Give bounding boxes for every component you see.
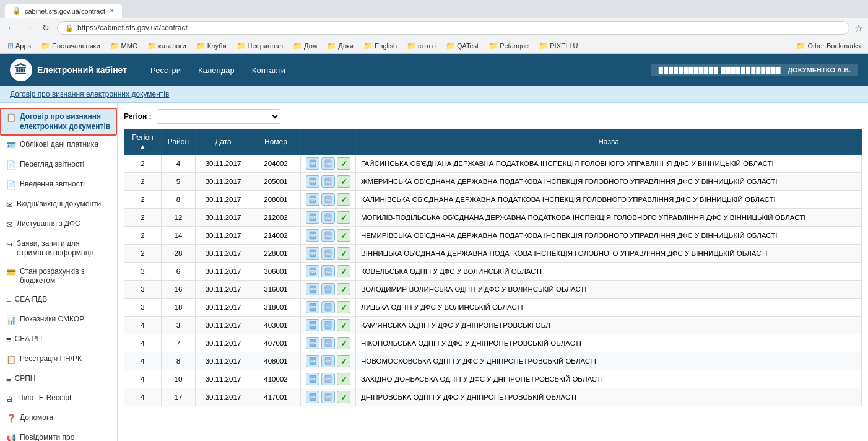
- pdf-button[interactable]: PDF: [306, 319, 319, 331]
- bookmark-unofficial[interactable]: 📁 Неоригінал: [234, 40, 286, 51]
- bookmark-english[interactable]: 📁 English: [361, 40, 399, 51]
- sidebar-item-contract[interactable]: 📋 Договір про визнання електронних докум…: [0, 108, 117, 136]
- check-button[interactable]: ✓: [337, 265, 350, 277]
- sidebar-item-reports-submit[interactable]: 📄 Введення звітності: [0, 175, 117, 195]
- check-button[interactable]: ✓: [337, 373, 350, 385]
- check-button[interactable]: ✓: [337, 193, 350, 206]
- cell-district: 5: [162, 173, 196, 191]
- pdf-button[interactable]: PDF: [306, 211, 319, 224]
- sidebar-item-notify[interactable]: 📢 Повідомити про: [0, 429, 117, 441]
- pdf-button[interactable]: PDF: [306, 355, 319, 367]
- bookmark-catalogs[interactable]: 📁 каталоги: [145, 40, 189, 51]
- col-header-region[interactable]: Регіон ▲: [124, 129, 162, 155]
- nav-calendar[interactable]: Календар: [189, 56, 243, 85]
- browser-tab[interactable]: 🔒 cabinet.sfs.gov.ua/contract ✕: [5, 4, 122, 18]
- cell-region: 3: [124, 281, 162, 299]
- bookmark-articles[interactable]: 📁 статті: [404, 40, 438, 51]
- check-button[interactable]: ✓: [337, 301, 350, 313]
- check-button[interactable]: ✓: [337, 355, 350, 367]
- sidebar-item-reg-pn[interactable]: 📋 Реєстрація ПН/РК: [0, 350, 117, 370]
- check-button[interactable]: ✓: [337, 211, 350, 224]
- pdf-button[interactable]: PDF: [306, 373, 319, 385]
- nav-registries[interactable]: Реєстри: [142, 56, 189, 85]
- check-button[interactable]: ✓: [337, 319, 350, 331]
- region-filter-select[interactable]: [157, 109, 280, 124]
- bookmark-qatest[interactable]: 📁 QATest: [443, 40, 481, 51]
- pdf-button[interactable]: PDF: [306, 265, 319, 277]
- sidebar-item-budget[interactable]: 💳 Стан розрахунків з бюджетом: [0, 263, 117, 290]
- doc-button[interactable]: DOC: [321, 319, 335, 331]
- star-icon[interactable]: ☆: [854, 22, 863, 34]
- check-button[interactable]: ✓: [337, 247, 350, 260]
- breadcrumb-text[interactable]: Договір про визнання електронних докумен…: [10, 90, 169, 98]
- doc-button[interactable]: DOC: [321, 193, 335, 206]
- cell-date: 30.11.2017: [196, 263, 251, 281]
- check-button[interactable]: ✓: [337, 337, 350, 349]
- bookmark-petanque[interactable]: 📁 Petanque: [486, 40, 531, 51]
- sidebar-item-inout-docs[interactable]: ✉ Вхідні/вихідні документи: [0, 195, 117, 215]
- cell-date: 30.11.2017: [196, 245, 251, 263]
- check-button[interactable]: ✓: [337, 157, 350, 170]
- reports-submit-icon: 📄: [6, 180, 16, 191]
- doc-button[interactable]: DOC: [321, 373, 335, 385]
- bookmark-other[interactable]: 📁 Other Bookmarks: [794, 40, 863, 51]
- bookmark-docs[interactable]: 📁 Доки: [324, 40, 356, 51]
- check-button[interactable]: ✓: [337, 229, 350, 242]
- bookmark-pixellu[interactable]: 📁 PIXELLU: [536, 40, 580, 51]
- doc-button[interactable]: DOC: [321, 211, 335, 224]
- bookmark-apps[interactable]: ⊞ Apps: [5, 40, 33, 51]
- back-button[interactable]: ←: [5, 22, 17, 34]
- doc-button[interactable]: DOC: [321, 337, 335, 349]
- checkmark-icon: ✓: [341, 339, 347, 348]
- pdf-button[interactable]: PDF: [306, 337, 319, 349]
- doc-button[interactable]: DOC: [321, 247, 335, 260]
- pdf-button[interactable]: PDF: [306, 391, 319, 403]
- pdf-button[interactable]: PDF: [306, 247, 319, 260]
- pdf-button[interactable]: PDF: [306, 229, 319, 242]
- sidebar-item-smkor[interactable]: 📊 Показники СМКОР: [0, 310, 117, 330]
- sidebar-item-sea-pdv[interactable]: ≡ СЕА ПДВ: [0, 290, 117, 310]
- cell-date: 30.11.2017: [196, 173, 251, 191]
- bookmark-clubs[interactable]: 📁 Клуби: [194, 40, 229, 51]
- bookmark-suppliers[interactable]: 📁 Постачальники: [38, 40, 103, 51]
- refresh-button[interactable]: ↻: [40, 22, 52, 34]
- pdf-button[interactable]: PDF: [306, 175, 319, 188]
- doc-button[interactable]: DOC: [321, 355, 335, 367]
- doc-button[interactable]: DOC: [321, 301, 335, 313]
- cell-name: МОГИЛІВ-ПОДІЛЬСЬКА ОБ'ЄДНАНА ДЕРЖАВНА ПО…: [356, 209, 862, 227]
- doc-button[interactable]: DOC: [321, 265, 335, 277]
- sidebar-item-erpn[interactable]: ≡ ЄРПН: [0, 370, 117, 390]
- check-button[interactable]: ✓: [337, 283, 350, 295]
- sidebar-label-sea-rp: СЕА РП: [15, 334, 43, 344]
- pdf-button[interactable]: PDF: [306, 157, 319, 170]
- sidebar-item-help[interactable]: ❓ Допомога: [0, 409, 117, 429]
- doc-button[interactable]: DOC: [321, 391, 335, 403]
- cell-name: ВОЛОДИМИР-ВОЛИНСЬКА ОДПІ ГУ ДФС У ВОЛИНС…: [356, 281, 862, 299]
- sidebar-item-sea-rp[interactable]: ≡ СЕА РП: [0, 330, 117, 350]
- bookmark-mmc[interactable]: 📁 ММС: [108, 40, 140, 51]
- check-button[interactable]: ✓: [337, 391, 350, 403]
- forward-button[interactable]: →: [22, 22, 35, 34]
- sidebar-item-account[interactable]: 🪪 Облікові дані платника: [0, 136, 117, 155]
- pdf-button[interactable]: PDF: [306, 283, 319, 295]
- doc-button[interactable]: DOC: [321, 157, 335, 170]
- sidebar-label-sea-pdv: СЕА ПДВ: [15, 295, 48, 305]
- sidebar-item-correspondence[interactable]: ✉ Листування з ДФС: [0, 215, 117, 235]
- bookmark-home[interactable]: 📁 Дом: [290, 40, 319, 51]
- sidebar-item-reports-view[interactable]: 📄 Перегляд звітності: [0, 155, 117, 175]
- pdf-button[interactable]: PDF: [306, 193, 319, 206]
- cell-date: 30.11.2017: [196, 191, 251, 209]
- check-button[interactable]: ✓: [337, 175, 350, 188]
- nav-contacts[interactable]: Контакти: [243, 56, 294, 85]
- cell-district: 6: [162, 263, 196, 281]
- cell-district: 8: [162, 352, 196, 370]
- pdf-button[interactable]: PDF: [306, 301, 319, 313]
- address-bar[interactable]: 🔒 https://cabinet.sfs.gov.ua/contract: [57, 21, 849, 35]
- doc-icon: DOC: [324, 231, 332, 240]
- folder-icon: 📁: [147, 41, 157, 50]
- sidebar-item-pilot[interactable]: 🖨 Пілот E-Receipt: [0, 389, 117, 409]
- sidebar-item-requests[interactable]: ↪ Заяви, запити для отримання інформації: [0, 235, 117, 263]
- doc-button[interactable]: DOC: [321, 229, 335, 242]
- doc-button[interactable]: DOC: [321, 175, 335, 188]
- doc-button[interactable]: DOC: [321, 283, 335, 295]
